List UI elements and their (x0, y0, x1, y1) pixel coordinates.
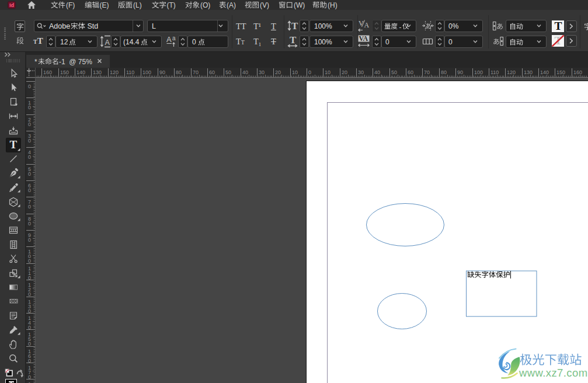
svg-text:10: 10 (325, 69, 330, 75)
svg-text:110: 110 (490, 69, 499, 75)
svg-text:a: a (172, 35, 176, 41)
svg-text:0: 0 (28, 83, 31, 89)
svg-text:150: 150 (60, 69, 69, 75)
svg-text:0: 0 (28, 236, 31, 242)
svg-text:70: 70 (193, 69, 199, 75)
svg-text:120: 120 (507, 69, 516, 75)
svg-text:30: 30 (358, 69, 364, 75)
svg-text:A: A (364, 21, 370, 29)
svg-text:A: A (166, 35, 172, 44)
svg-text:150: 150 (556, 69, 565, 75)
svg-text:50: 50 (391, 69, 397, 75)
svg-text:100: 100 (142, 69, 151, 75)
svg-text:0: 0 (28, 203, 31, 209)
svg-text:110: 110 (126, 69, 134, 75)
svg-text:50: 50 (225, 69, 231, 75)
svg-text:0: 0 (28, 291, 31, 297)
svg-text:0: 0 (28, 170, 31, 176)
svg-text:40: 40 (374, 69, 380, 75)
svg-text:80: 80 (176, 69, 182, 75)
svg-text:T: T (290, 35, 297, 46)
svg-text:130: 130 (524, 69, 533, 75)
svg-text:0: 0 (28, 137, 31, 143)
svg-text:100: 100 (474, 69, 483, 75)
svg-text:20: 20 (342, 69, 347, 75)
svg-text:0: 0 (308, 69, 311, 75)
svg-text:70: 70 (424, 69, 430, 75)
svg-text:10: 10 (292, 69, 298, 75)
svg-text:0: 0 (28, 121, 31, 127)
svg-text:80: 80 (441, 69, 447, 75)
svg-text:0: 0 (28, 324, 31, 330)
svg-text:120: 120 (110, 69, 119, 75)
svg-text:0: 0 (28, 308, 31, 314)
svg-text:20: 20 (275, 69, 281, 75)
svg-text:0: 0 (28, 154, 31, 159)
svg-text:A: A (105, 39, 110, 47)
svg-text:140: 140 (76, 69, 85, 75)
svg-text:60: 60 (408, 69, 413, 75)
svg-text:0: 0 (28, 104, 31, 110)
svg-text:VA: VA (359, 34, 368, 43)
svg-text:90: 90 (159, 69, 165, 75)
svg-text:160: 160 (43, 69, 52, 75)
svg-text:160: 160 (573, 69, 582, 75)
svg-text:30: 30 (259, 69, 265, 75)
svg-text:0: 0 (28, 357, 31, 363)
svg-text:140: 140 (540, 69, 549, 75)
svg-text:90: 90 (457, 69, 463, 75)
svg-text:T: T (291, 20, 298, 32)
svg-text:60: 60 (209, 69, 215, 75)
svg-text:0: 0 (28, 274, 31, 280)
svg-text:1: 1 (28, 381, 31, 383)
svg-text:0: 0 (28, 257, 31, 263)
svg-text:0: 0 (28, 187, 31, 193)
svg-text:0: 0 (28, 374, 31, 379)
svg-text:0: 0 (28, 220, 31, 226)
svg-text:40: 40 (242, 69, 248, 75)
svg-text:0: 0 (28, 340, 31, 346)
svg-text:130: 130 (93, 69, 102, 75)
